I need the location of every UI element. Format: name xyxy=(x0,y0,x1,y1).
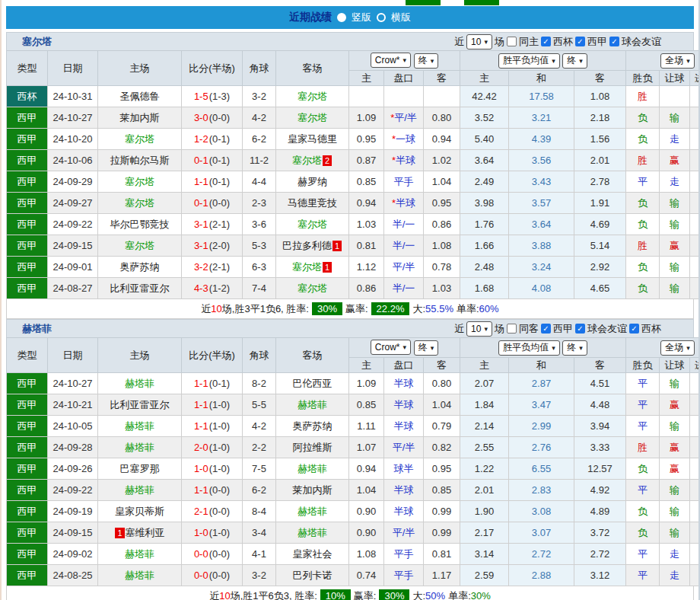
result-handicap: 输 xyxy=(660,416,690,437)
league-checkbox[interactable] xyxy=(575,324,585,334)
away-team: 赫塔菲 xyxy=(276,522,349,544)
same-venue-checkbox[interactable] xyxy=(507,324,517,334)
odds-final-select[interactable]: 终▾ xyxy=(414,53,439,69)
games-label: 场 xyxy=(495,35,504,49)
page-title: 近期战绩 xyxy=(289,11,332,24)
handicap-home-odds: 1.08 xyxy=(349,544,384,565)
mean-away-odds: 2.92 xyxy=(574,257,626,278)
score: 1-1(0-0) xyxy=(182,480,243,501)
odds-source-select[interactable]: Crow*▾ xyxy=(371,53,411,68)
near-label: 近 xyxy=(454,322,464,336)
away-team: 塞尔塔2 xyxy=(276,150,349,171)
result-handicap: 输 xyxy=(660,214,690,235)
mean-source-select[interactable]: 胜平负均值▾ xyxy=(498,53,560,69)
handicap-home-odds: 1.12 xyxy=(349,257,384,278)
corner-score: 8-2 xyxy=(243,373,276,394)
match-date: 24-09-29 xyxy=(48,171,98,193)
odds-source-select[interactable]: Crow*▾ xyxy=(371,340,411,355)
subcol-mean-draw: 和 xyxy=(509,71,574,86)
mean-final-select[interactable]: 终▾ xyxy=(562,53,587,69)
mean-draw-odds: 2.88 xyxy=(509,565,574,586)
score: 3-2(2-1) xyxy=(182,257,243,278)
result-goals: 大 xyxy=(690,373,700,394)
over-rate-value: 50% xyxy=(425,590,445,600)
handicap-home-odds: 0.95 xyxy=(349,129,384,150)
dropdown-arrow-icon: ▾ xyxy=(431,344,434,352)
score: 2-0(1-0) xyxy=(182,437,243,458)
result-goals: 大 xyxy=(690,257,700,278)
away-team: 赫塔菲 xyxy=(276,501,349,522)
vertical-layout-label[interactable]: 竖版 xyxy=(352,11,371,24)
league-checkbox[interactable] xyxy=(629,324,639,334)
mean-final-select[interactable]: 终▾ xyxy=(562,340,587,356)
subcol-handicap: 盘口 xyxy=(384,358,424,373)
vertical-layout-radio[interactable] xyxy=(337,13,346,22)
corner-score: 11-2 xyxy=(243,150,276,171)
handicap-line: 平手 xyxy=(384,544,424,565)
horizontal-layout-label[interactable]: 横版 xyxy=(391,11,411,24)
league-checkbox[interactable] xyxy=(541,37,551,46)
odds-final-select[interactable]: 终▾ xyxy=(414,340,439,356)
top-cut-strip xyxy=(2,0,698,6)
league-checkbox[interactable] xyxy=(541,324,551,334)
mean-draw-odds: 2.83 xyxy=(509,480,574,501)
corner-score: 8-4 xyxy=(243,501,276,522)
mean-source-select[interactable]: 胜平负均值▾ xyxy=(498,340,560,356)
mean-home-odds: 2.55 xyxy=(460,437,509,458)
result-goals: 大 xyxy=(690,437,700,458)
result-wdl: 负 xyxy=(626,522,660,544)
corner-score: 4-4 xyxy=(243,171,276,193)
mean-away-odds: 3.72 xyxy=(574,522,626,544)
result-handicap xyxy=(660,86,690,107)
matches-table-getafe: 类型 日期 主场 比分(半场) 角球 客场 Crow*▾ 终▾ 胜平负均值▾ 终… xyxy=(6,337,700,586)
score: 0-0(0-0) xyxy=(182,565,243,586)
league-checkbox[interactable] xyxy=(609,37,619,46)
match-count-select[interactable]: 10▾ xyxy=(466,34,492,49)
col-home: 主场 xyxy=(98,51,182,86)
match-date: 24-10-06 xyxy=(48,150,98,171)
dropdown-arrow-icon: ▾ xyxy=(431,57,434,65)
table-row: 西甲 24-10-06 拉斯帕尔马斯 0-1(0-1) 11-2 塞尔塔2 0.… xyxy=(7,150,700,171)
match-date: 24-09-26 xyxy=(48,458,98,480)
result-wdl: 平 xyxy=(626,171,660,193)
scope-select[interactable]: 全场▾ xyxy=(660,53,695,69)
result-goals: 小 xyxy=(690,458,700,480)
score: 0-1(0-1) xyxy=(182,150,243,171)
handicap-home-odds: 0.74 xyxy=(349,565,384,586)
dropdown-arrow-icon: ▾ xyxy=(402,343,406,351)
corner-score: 6-2 xyxy=(243,129,276,150)
match-count-select[interactable]: 10▾ xyxy=(466,321,492,337)
mean-away-odds: 1.56 xyxy=(574,129,626,150)
scope-select[interactable]: 全场▾ xyxy=(660,340,695,356)
result-handicap: 赢 xyxy=(660,150,690,171)
same-venue-checkbox[interactable] xyxy=(507,37,517,46)
horizontal-layout-radio[interactable] xyxy=(377,13,386,22)
mean-away-odds: 4.69 xyxy=(574,214,626,235)
mean-draw-odds: 4.39 xyxy=(509,129,574,150)
handicap-home-odds: 0.86 xyxy=(349,278,384,299)
games-label: 场 xyxy=(495,322,504,336)
handicap-away-odds: 1.03 xyxy=(424,278,460,299)
score: 2-1(0-0) xyxy=(182,501,243,522)
result-goals: 小 xyxy=(690,150,700,171)
handicap-line: 半球 xyxy=(384,373,424,394)
league-checkbox[interactable] xyxy=(575,37,585,46)
red-card-badge: 1 xyxy=(115,528,124,538)
table-row: 西甲 24-09-15 塞尔塔 3-1(2-0) 5-3 巴拉多利德1 0.81… xyxy=(7,235,700,257)
subcol-home-odds: 主 xyxy=(349,358,384,373)
match-date: 24-09-22 xyxy=(48,480,98,501)
home-team: 赫塔菲 xyxy=(98,416,182,437)
score: 1-1(1-0) xyxy=(182,416,243,437)
mean-draw-odds: 2.72 xyxy=(509,544,574,565)
table-row: 西甲 24-08-27 比利亚雷亚尔 4-3(1-2) 7-4 塞尔塔 0.86… xyxy=(7,278,700,299)
match-date: 24-09-28 xyxy=(48,437,98,458)
subcol-handicap-result: 让球 xyxy=(660,358,690,373)
section-header-getafe: 赫塔菲 近 10▾ 场 同客 西甲 球会友谊 西杯 xyxy=(6,319,694,337)
mean-home-odds: 42.42 xyxy=(460,86,509,107)
result-wdl: 负 xyxy=(626,501,660,522)
scope-group-header: 全场▾ xyxy=(626,51,700,71)
corner-score: 4-2 xyxy=(243,416,276,437)
table-row: 西甲 24-10-21 比利亚雷亚尔 1-1(1-0) 5-5 赫塔菲 0.85… xyxy=(7,394,700,416)
league-checkbox-label: 西杯 xyxy=(553,35,573,49)
subcol-mean-home: 主 xyxy=(460,358,509,373)
